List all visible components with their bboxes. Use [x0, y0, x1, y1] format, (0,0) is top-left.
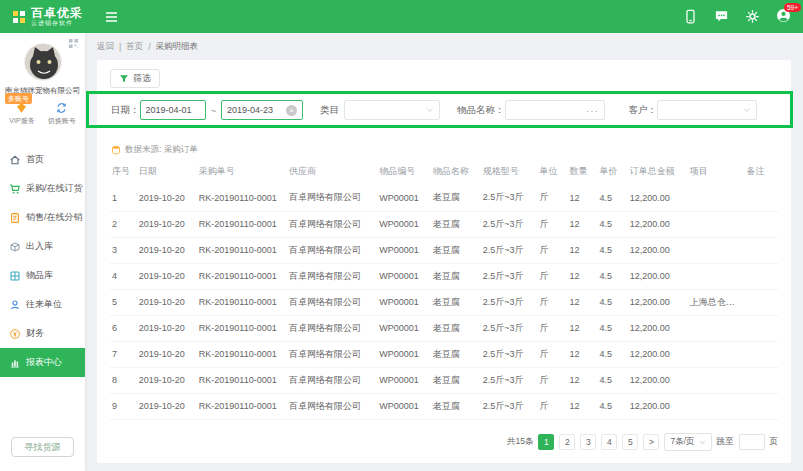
table-cell: 百卓网络有限公司 — [287, 211, 377, 237]
chat-icon[interactable] — [714, 9, 729, 24]
date-from-input[interactable] — [146, 105, 200, 115]
chevron-down-icon — [743, 106, 751, 114]
date-to-input[interactable] — [227, 105, 286, 115]
breadcrumb-back[interactable]: 返回 — [97, 41, 114, 53]
user-avatar[interactable]: 59+ — [776, 8, 791, 25]
sidebar-item-sales[interactable]: 销售/在线分销 — [0, 203, 85, 232]
table-cell: 12 — [568, 237, 598, 263]
table-cell: 斤 — [538, 393, 568, 419]
table-cell: 老豆腐 — [431, 185, 481, 211]
total-count: 共15条 — [507, 436, 533, 448]
jump-page-input[interactable] — [739, 434, 765, 450]
table-cell: 8 — [110, 367, 137, 393]
topbar: 百卓优采 云进销存软件 59+ — [0, 0, 803, 33]
customer-select[interactable] — [657, 100, 757, 120]
table-cell: 5 — [110, 289, 137, 315]
table-cell: RK-20190110-0001 — [197, 341, 287, 367]
table-cell: 2.5斤~3斤 — [481, 289, 538, 315]
table-cell: 斤 — [538, 367, 568, 393]
page-size-select[interactable]: 7条/页 — [664, 433, 711, 451]
table-cell: 12 — [568, 393, 598, 419]
vip-service-badge[interactable]: VIP服务 — [9, 102, 34, 126]
table-cell — [688, 211, 745, 237]
page-button-2[interactable]: 2 — [559, 434, 575, 450]
table-cell — [745, 237, 778, 263]
table-cell: 12,200.00 — [628, 237, 688, 263]
table-cell: 上海总仓数的项... — [688, 289, 745, 315]
table-cell: 老豆腐 — [431, 211, 481, 237]
more-icon[interactable]: ··· — [586, 105, 599, 116]
table-cell: 12 — [568, 341, 598, 367]
table-cell: 斤 — [538, 315, 568, 341]
app-logo[interactable]: 百卓优采 云进销存软件 — [12, 7, 83, 27]
sidebar-item-finance[interactable]: 财务 — [0, 319, 85, 348]
box-icon — [9, 241, 21, 253]
sidebar-item-goods[interactable]: 物品库 — [0, 261, 85, 290]
sidebar-item-purchase[interactable]: 采购/在线订货 — [0, 174, 85, 203]
table-cell: 百卓网络有限公司 — [287, 341, 377, 367]
table-cell: WP00001 — [377, 185, 430, 211]
table-cell: 12,200.00 — [628, 263, 688, 289]
table-cell: RK-20190110-0001 — [197, 393, 287, 419]
page-button-1[interactable]: 1 — [538, 434, 554, 450]
switch-account-badge[interactable]: 切换账号 — [48, 102, 76, 126]
table-cell: 百卓网络有限公司 — [287, 315, 377, 341]
table-cell: 2.5斤~3斤 — [481, 315, 538, 341]
company-avatar[interactable] — [24, 43, 62, 81]
table-cell — [745, 289, 778, 315]
page-button-4[interactable]: 4 — [601, 434, 617, 450]
item-name-field[interactable]: ··· — [505, 100, 605, 120]
settings-gear-icon[interactable] — [745, 9, 760, 24]
table-cell: 2.5斤~3斤 — [481, 185, 538, 211]
page-button-5[interactable]: 5 — [622, 434, 638, 450]
table-cell: 12,200.00 — [628, 315, 688, 341]
table-cell: 12,200.00 — [628, 289, 688, 315]
page-button-3[interactable]: 3 — [580, 434, 596, 450]
table-cell: 2.5斤~3斤 — [481, 263, 538, 289]
column-header: 单位 — [538, 160, 568, 185]
next-page-button[interactable]: > — [643, 434, 659, 450]
sidebar-item-partners[interactable]: 往来单位 — [0, 290, 85, 319]
table-row: 32019-10-20RK-20190110-0001百卓网络有限公司WP000… — [110, 237, 778, 263]
column-header: 日期 — [137, 160, 197, 185]
table-cell — [688, 263, 745, 289]
mobile-icon[interactable] — [683, 9, 698, 24]
table-cell: RK-20190110-0001 — [197, 315, 287, 341]
table-cell: 斤 — [538, 263, 568, 289]
table-cell: 2.5斤~3斤 — [481, 393, 538, 419]
table-header-row: 序号日期采购单号供应商物品编号物品名称规格型号单位数量单价订单总金额项目备注 — [110, 160, 778, 185]
breadcrumb-home[interactable]: 首页 — [126, 41, 143, 53]
page-buttons: 12345 — [538, 434, 638, 450]
table-cell: 4.5 — [598, 211, 628, 237]
table-cell: 百卓网络有限公司 — [287, 237, 377, 263]
column-header: 规格型号 — [481, 160, 538, 185]
table-cell: RK-20190110-0001 — [197, 289, 287, 315]
category-select[interactable] — [344, 100, 440, 120]
table-cell — [688, 185, 745, 211]
cart-icon — [9, 183, 21, 195]
filter-button[interactable]: 筛选 — [110, 69, 160, 88]
qr-code-icon[interactable] — [68, 38, 79, 49]
table-cell: 百卓网络有限公司 — [287, 393, 377, 419]
clear-date-icon[interactable]: × — [286, 105, 297, 116]
table-cell: 2019-10-20 — [137, 263, 197, 289]
find-goods-button[interactable]: 寻找货源 — [11, 437, 74, 457]
table-cell: 12,200.00 — [628, 211, 688, 237]
jump-label: 跳至 — [717, 436, 734, 448]
sidebar-item-reports[interactable]: 报表中心 — [0, 348, 85, 377]
sidebar-item-inout-warehouse[interactable]: 出入库 — [0, 232, 85, 261]
table-row: 82019-10-20RK-20190110-0001百卓网络有限公司WP000… — [110, 367, 778, 393]
date-from-field[interactable] — [140, 100, 206, 120]
date-to-field[interactable]: × — [221, 100, 303, 120]
table-cell: 12 — [568, 289, 598, 315]
collapse-menu-icon[interactable] — [105, 11, 118, 23]
column-header: 备注 — [745, 160, 778, 185]
table-cell: RK-20190110-0001 — [197, 237, 287, 263]
table-cell: WP00001 — [377, 237, 430, 263]
logo-grid-icon — [12, 10, 26, 24]
multi-account-tag: 多账号 — [5, 93, 32, 104]
table-cell: 3 — [110, 237, 137, 263]
sidebar-item-home[interactable]: 首页 — [0, 145, 85, 174]
data-source-note: 数据来源: 采购订单 — [111, 144, 198, 156]
table-cell: 老豆腐 — [431, 237, 481, 263]
